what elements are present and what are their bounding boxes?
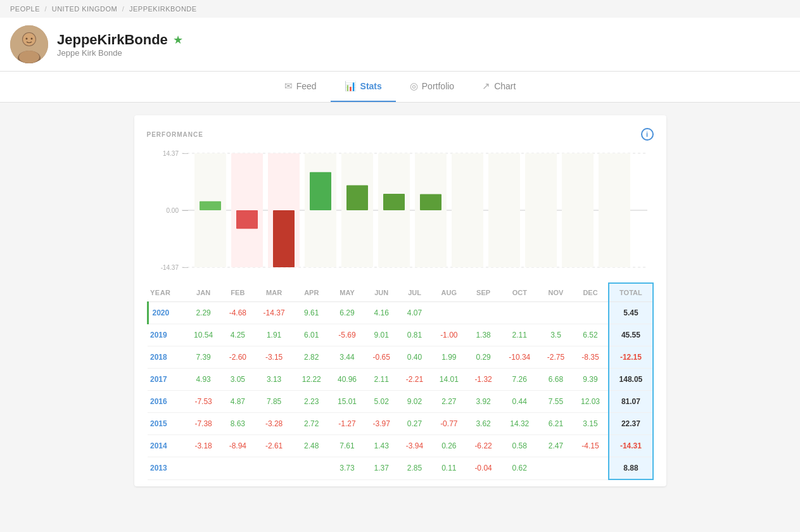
info-icon[interactable]: i <box>641 128 654 141</box>
cell-year[interactable]: 2014 <box>148 435 186 457</box>
cell-oct: 7.26 <box>500 369 539 391</box>
cell-jul: 9.02 <box>398 391 431 413</box>
data-table-wrapper: YEAR JAN FEB MAR APR MAY JUN JUL AUG SEP… <box>147 282 654 480</box>
cell-mar <box>255 457 294 480</box>
tab-chart-label: Chart <box>494 81 516 91</box>
svg-text:-14.37: -14.37 <box>160 264 179 271</box>
main-content: PERFORMANCE i 14.37 0.00 -14.37 — — — <box>0 103 800 499</box>
cell-nov: -2.75 <box>539 346 572 369</box>
svg-text:—: — <box>182 207 188 213</box>
svg-rect-30 <box>273 210 295 267</box>
cell-feb: 3.05 <box>221 369 254 391</box>
breadcrumb-user[interactable]: JEPPEKIRKBONDE <box>129 5 197 13</box>
tabs-bar: ✉ Feed 📊 Stats ◎ Portfolio ↗ Chart <box>0 72 800 103</box>
avatar-image <box>10 25 48 63</box>
cell-dec: -4.15 <box>573 435 609 457</box>
tab-portfolio[interactable]: ◎ Portfolio <box>396 72 468 102</box>
cell-year[interactable]: 2017 <box>148 369 186 391</box>
table-row: 2015-7.388.63-3.282.72-1.27-3.970.27-0.7… <box>148 413 653 435</box>
breadcrumb-people[interactable]: PEOPLE <box>10 5 40 13</box>
svg-text:0.00: 0.00 <box>166 207 179 214</box>
cell-year[interactable]: 2015 <box>148 413 186 435</box>
cell-feb: 4.25 <box>221 324 254 346</box>
cell-aug: -0.77 <box>431 413 467 435</box>
cell-apr: 2.48 <box>294 435 329 457</box>
cell-apr: 2.72 <box>294 413 329 435</box>
svg-rect-33 <box>383 194 405 210</box>
cell-oct: 0.62 <box>500 457 539 480</box>
cell-may: 6.29 <box>329 302 365 324</box>
cell-mar: 3.13 <box>255 369 294 391</box>
cell-oct: -10.34 <box>500 346 539 369</box>
cell-total: 8.88 <box>609 457 652 480</box>
cell-aug: -1.00 <box>431 324 467 346</box>
cell-jul: -3.94 <box>398 435 431 457</box>
cell-jul: 0.81 <box>398 324 431 346</box>
cell-year[interactable]: 2018 <box>148 346 186 369</box>
tab-chart[interactable]: ↗ Chart <box>468 72 530 102</box>
cell-sep: 0.29 <box>467 346 500 369</box>
cell-jan: 2.29 <box>186 302 221 324</box>
cell-jan <box>186 457 221 480</box>
svg-text:—: — <box>182 150 188 156</box>
cell-may: -5.69 <box>329 324 365 346</box>
profile-username: JeppeKirkBonde <box>57 32 168 48</box>
svg-text:14.37: 14.37 <box>162 150 178 157</box>
cell-apr <box>294 457 329 480</box>
tab-feed-label: Feed <box>296 81 317 91</box>
breadcrumb-uk[interactable]: UNITED KINGDOM <box>52 5 118 13</box>
svg-rect-27 <box>599 153 630 267</box>
cell-sep: 3.62 <box>467 413 500 435</box>
svg-point-3 <box>23 33 35 46</box>
cell-jan: -7.38 <box>186 413 221 435</box>
cell-dec: 6.52 <box>573 324 609 346</box>
col-total: TOTAL <box>609 283 652 302</box>
col-may: MAY <box>329 283 365 302</box>
cell-jun: -3.97 <box>365 413 398 435</box>
cell-year[interactable]: 2020 <box>148 302 186 324</box>
cell-jun: 2.11 <box>365 369 398 391</box>
svg-point-4 <box>19 51 39 63</box>
table-row: 2014-3.18-8.94-2.612.487.611.43-3.940.26… <box>148 435 653 457</box>
table-row: 20187.39-2.60-3.152.823.44-0.650.401.990… <box>148 346 653 369</box>
cell-jul: 4.07 <box>398 302 431 324</box>
cell-jun: -0.65 <box>365 346 398 369</box>
cell-feb: 8.63 <box>221 413 254 435</box>
cell-feb: -8.94 <box>221 435 254 457</box>
portfolio-icon: ◎ <box>410 80 418 92</box>
cell-year[interactable]: 2013 <box>148 457 186 480</box>
cell-nov <box>539 457 572 480</box>
col-aug: AUG <box>431 283 467 302</box>
cell-aug: 0.11 <box>431 457 467 480</box>
cell-sep <box>467 302 500 324</box>
tab-stats-label: Stats <box>360 81 382 91</box>
tab-portfolio-label: Portfolio <box>422 81 454 91</box>
tab-stats[interactable]: 📊 Stats <box>331 72 396 102</box>
svg-point-6 <box>31 38 33 40</box>
performance-panel: PERFORMANCE i 14.37 0.00 -14.37 — — — <box>134 115 666 486</box>
svg-rect-25 <box>525 153 557 267</box>
col-mar: MAR <box>255 283 294 302</box>
chart-icon: ↗ <box>482 80 490 92</box>
tab-feed[interactable]: ✉ Feed <box>270 72 331 102</box>
svg-rect-28 <box>200 201 221 210</box>
cell-aug <box>431 302 467 324</box>
cell-year[interactable]: 2016 <box>148 391 186 413</box>
cell-year[interactable]: 2019 <box>148 324 186 346</box>
cell-sep: 1.38 <box>467 324 500 346</box>
svg-rect-24 <box>488 153 520 267</box>
cell-may: 40.96 <box>329 369 365 391</box>
cell-jan: 7.39 <box>186 346 221 369</box>
cell-dec <box>573 457 609 480</box>
svg-rect-26 <box>562 153 594 267</box>
cell-sep: -1.32 <box>467 369 500 391</box>
performance-label: PERFORMANCE <box>147 131 203 138</box>
col-feb: FEB <box>221 283 254 302</box>
table-row: 20202.29-4.68-14.379.616.294.164.075.45 <box>148 302 653 324</box>
stats-icon: 📊 <box>345 80 357 92</box>
svg-rect-31 <box>310 172 331 210</box>
cell-dec: 3.15 <box>573 413 609 435</box>
cell-mar: 1.91 <box>255 324 294 346</box>
col-oct: OCT <box>500 283 539 302</box>
table-row: 2016-7.534.877.852.2315.015.029.022.273.… <box>148 391 653 413</box>
